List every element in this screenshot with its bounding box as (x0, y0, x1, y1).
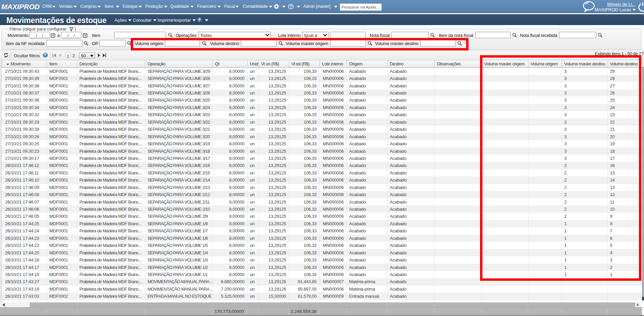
svg-text:8: 8 (84, 34, 86, 37)
svg-text:8: 8 (52, 34, 54, 37)
svg-text:?: ? (290, 4, 292, 8)
svg-text:?: ? (44, 53, 46, 57)
svg-text:?: ? (199, 18, 201, 22)
